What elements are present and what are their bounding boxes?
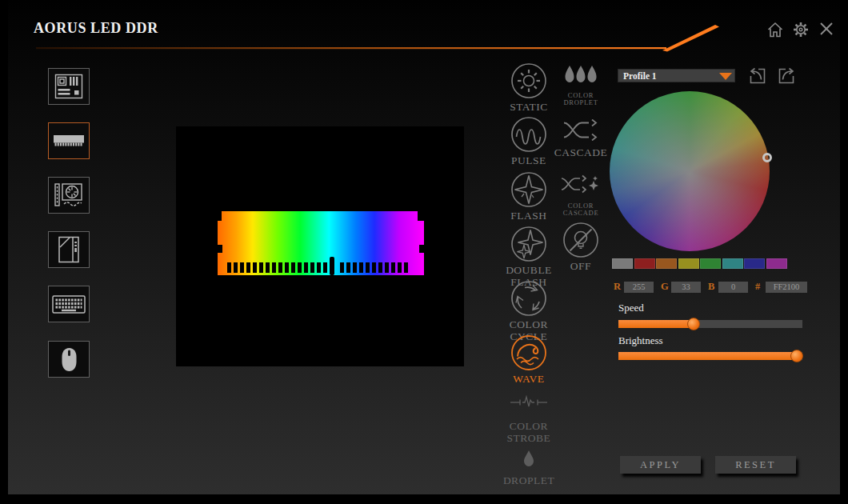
home-button[interactable] — [766, 21, 784, 38]
mode-label: PULSE — [511, 155, 546, 167]
motherboard-icon — [54, 74, 83, 99]
mode-color-droplet[interactable]: COLOR DROPLET — [553, 64, 609, 106]
pulse-icon — [510, 116, 547, 153]
mode-cascade[interactable]: CASCADE — [553, 119, 609, 159]
mode-label: CASCADE — [554, 147, 608, 159]
gear-icon — [792, 21, 810, 38]
mode-pulse[interactable]: PULSE — [501, 116, 557, 167]
window-content: AORUS LED DDR — [8, 0, 840, 494]
device-motherboard[interactable] — [48, 68, 90, 105]
mode-double-flash[interactable]: DOUBLE FLASH — [501, 226, 557, 288]
flash-icon — [510, 171, 547, 208]
speed-slider-knob[interactable] — [687, 318, 700, 330]
color-swatch[interactable] — [722, 258, 743, 269]
mode-color-strobe[interactable]: COLOR STROBE — [501, 395, 557, 444]
mode-label: OFF — [570, 261, 591, 273]
droplet-icon — [522, 450, 535, 467]
mode-color-cascade[interactable]: COLOR CASCADE — [553, 174, 609, 217]
export-profile-button[interactable] — [776, 64, 798, 86]
brightness-slider-knob[interactable] — [790, 350, 803, 362]
home-icon — [766, 21, 784, 38]
profile-dropdown[interactable]: Profile 1 — [618, 69, 735, 82]
static-icon — [510, 62, 547, 99]
mode-label: WAVE — [513, 374, 544, 386]
color-swatch[interactable] — [700, 258, 721, 269]
mouse-icon — [61, 347, 78, 372]
red-value-field[interactable]: 255 — [624, 282, 654, 293]
device-mouse[interactable] — [48, 341, 90, 378]
import-icon — [746, 64, 768, 86]
mode-color-cycle[interactable]: COLOR CYCLE — [501, 280, 557, 342]
cascade-icon — [562, 119, 599, 141]
mode-label: DROPLET — [503, 475, 554, 487]
apply-button[interactable]: APPLY — [620, 456, 701, 474]
blue-label: B — [708, 281, 718, 293]
close-button[interactable] — [818, 21, 836, 38]
close-icon — [818, 21, 834, 37]
color-swatch[interactable] — [744, 258, 765, 269]
blue-value-field[interactable]: 0 — [718, 282, 748, 293]
reset-button[interactable]: RESET — [715, 456, 796, 474]
color-swatch[interactable] — [678, 258, 699, 269]
chevron-down-icon — [719, 73, 732, 80]
red-label: R — [614, 281, 624, 293]
page-title: AORUS LED DDR — [34, 20, 158, 37]
settings-button[interactable] — [792, 21, 810, 38]
device-pc-case[interactable] — [48, 231, 90, 268]
mode-wave[interactable]: WAVE — [501, 334, 557, 386]
double-flash-icon — [510, 226, 547, 262]
green-value-field[interactable]: 33 — [671, 282, 701, 293]
color-cycle-icon — [510, 280, 547, 317]
color-droplet-icon — [562, 64, 599, 86]
rgb-value-row: R 255 G 33 B 0 # FF2100 — [614, 281, 807, 293]
led-preview-panel — [176, 126, 464, 366]
brightness-label: Brightness — [618, 334, 663, 347]
device-memory[interactable] — [48, 122, 90, 159]
color-wheel-selector[interactable] — [762, 153, 772, 162]
color-swatch[interactable] — [656, 258, 677, 269]
mode-flash[interactable]: FLASH — [501, 171, 557, 222]
pc-case-icon — [57, 236, 81, 263]
mode-label: COLOR DROPLET — [553, 92, 609, 106]
device-graphics-card[interactable] — [48, 177, 90, 214]
color-wheel[interactable] — [610, 91, 770, 251]
keyboard-icon — [52, 295, 86, 314]
color-strobe-icon — [510, 395, 548, 410]
graphics-card-icon — [54, 182, 84, 208]
mode-off[interactable]: OFF — [553, 222, 609, 273]
profile-selected-value: Profile 1 — [623, 70, 657, 82]
green-label: G — [661, 281, 671, 293]
color-swatch[interactable] — [612, 258, 633, 269]
color-swatch[interactable] — [634, 258, 655, 269]
speed-slider[interactable] — [618, 320, 802, 328]
mode-label: FLASH — [510, 210, 546, 222]
off-icon — [562, 222, 599, 258]
aorus-led-ddr-window: AORUS LED DDR — [0, 0, 848, 504]
mode-static[interactable]: STATIC — [501, 62, 557, 114]
speed-label: Speed — [618, 302, 644, 314]
mode-label: COLOR STROBE — [501, 421, 557, 444]
color-swatch[interactable] — [766, 258, 787, 269]
color-cascade-icon — [561, 174, 601, 197]
device-keyboard[interactable] — [48, 286, 90, 322]
mode-droplet[interactable]: DROPLET — [501, 450, 557, 487]
brightness-slider-fill — [618, 352, 797, 360]
speed-slider-fill — [618, 320, 694, 328]
memory-icon — [53, 134, 85, 147]
brightness-slider[interactable] — [618, 352, 802, 360]
ram-module-preview — [218, 211, 424, 280]
hex-label: # — [755, 281, 766, 293]
wave-icon — [510, 334, 547, 371]
mode-label: COLOR CASCADE — [553, 202, 609, 217]
hex-value-field[interactable]: FF2100 — [766, 282, 807, 293]
swatch-row — [612, 258, 787, 269]
import-profile-button[interactable] — [746, 64, 768, 86]
export-icon — [776, 64, 798, 86]
mode-label: STATIC — [510, 102, 548, 114]
